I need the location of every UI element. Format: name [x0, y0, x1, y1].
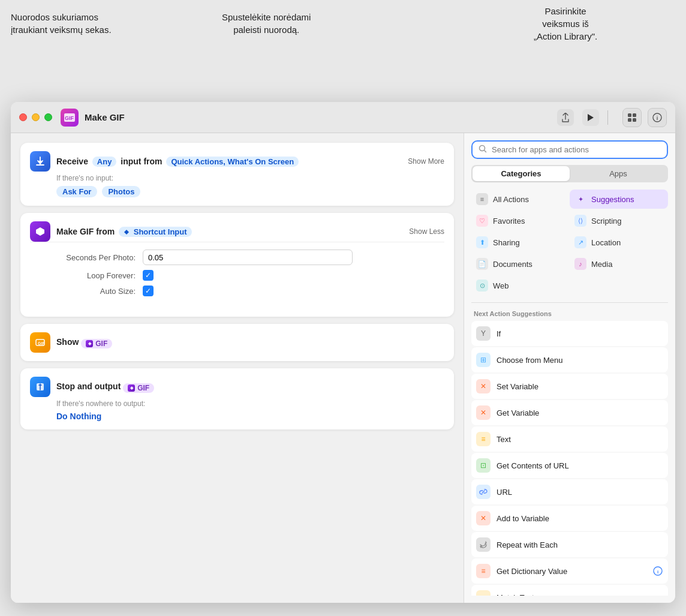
tab-bar: Categories Apps [471, 165, 668, 182]
svg-text:GIF: GIF [38, 341, 45, 345]
shortcut-input-token[interactable]: Shortcut Input [119, 227, 191, 237]
cat-favorites[interactable]: ♡ Favorites [471, 211, 570, 230]
action-get-contents-url[interactable]: ⊡ Get Contents of URL [471, 453, 668, 478]
action-match-text-label: Match Text [497, 593, 534, 596]
library-button[interactable] [622, 108, 642, 127]
sharing-icon: ⬆ [476, 236, 488, 248]
action-match-text[interactable]: ≡ Match Text [471, 585, 668, 596]
autosize-row: Auto Size: ✓ [40, 286, 435, 296]
cat-web-label: Web [493, 281, 509, 290]
cat-sharing[interactable]: ⬆ Sharing [471, 233, 570, 252]
url-icon [476, 485, 491, 499]
source-token[interactable]: Quick Actions, What's On Screen [166, 157, 299, 167]
app-icon: GIF [61, 109, 79, 127]
cat-all-actions[interactable]: ≡ All Actions [471, 190, 570, 209]
cat-all-actions-label: All Actions [493, 195, 529, 204]
photos-button[interactable]: Photos [102, 186, 140, 197]
cat-web[interactable]: ⊙ Web [471, 276, 570, 295]
choose-menu-icon: ⊞ [476, 353, 491, 367]
scripting-icon: ⟨⟩ [574, 215, 586, 227]
svg-text:i: i [657, 115, 658, 121]
stop-title: Stop and output ◈ GIF [56, 381, 444, 393]
cat-sharing-label: Sharing [493, 238, 520, 247]
cat-documents-label: Documents [493, 260, 532, 269]
svg-rect-4 [633, 113, 636, 117]
tab-categories[interactable]: Categories [473, 166, 570, 181]
toolbar-divider [607, 110, 608, 125]
cat-scripting-label: Scripting [591, 217, 622, 226]
svg-text:i: i [657, 569, 658, 575]
action-url[interactable]: URL [471, 479, 668, 504]
cat-location-label: Location [591, 238, 621, 247]
action-text[interactable]: ≡ Text [471, 426, 668, 452]
action-repeat-label: Repeat with Each [497, 540, 558, 549]
receive-title: Receive Any input from Quick Actions, Wh… [56, 157, 402, 167]
titlebar: GIF Make GIF [11, 102, 675, 133]
action-set-variable[interactable]: ✕ Set Variable [471, 374, 668, 399]
do-nothing-row: Do Nothing [30, 411, 444, 421]
cat-scripting[interactable]: ⟨⟩ Scripting [570, 211, 668, 230]
svg-text:GIF: GIF [65, 115, 74, 121]
left-panel: Receive Any input from Quick Actions, Wh… [11, 133, 464, 603]
get-variable-icon: ✕ [476, 405, 491, 420]
make-gif-title: Make GIF from Shortcut Input [56, 227, 403, 237]
action-get-dict-label: Get Dictionary Value [497, 567, 567, 576]
cat-documents[interactable]: 📄 Documents [471, 254, 570, 274]
window-title: Make GIF [85, 112, 557, 122]
action-get-variable[interactable]: ✕ Get Variable [471, 400, 668, 425]
action-repeat-with-each[interactable]: Repeat with Each [471, 532, 668, 557]
stop-subtitle: If there's nowhere to output: [30, 399, 444, 408]
action-choose-menu-label: Choose from Menu [497, 356, 563, 365]
seconds-input[interactable] [143, 250, 353, 265]
make-gif-icon [30, 221, 50, 242]
suggestions-icon: ✦ [574, 193, 586, 205]
make-gif-card: Make GIF from Shortcut Input Show Less S… [20, 213, 454, 317]
action-if[interactable]: Y If [471, 321, 668, 346]
favorites-icon: ♡ [476, 215, 488, 227]
cat-suggestions-label: Suggestions [591, 195, 634, 204]
main-window: GIF Make GIF [11, 102, 675, 603]
cat-suggestions[interactable]: ✦ Suggestions [570, 190, 668, 209]
show-gif-token[interactable]: ◈ GIF [81, 339, 112, 348]
do-nothing-button[interactable]: Do Nothing [56, 411, 101, 421]
action-add-to-variable[interactable]: ✕ Add to Variable [471, 506, 668, 531]
show-less-button[interactable]: Show Less [409, 227, 444, 236]
suggestions-section-title: Next Action Suggestions [471, 310, 668, 317]
svg-rect-3 [628, 113, 631, 117]
loop-checkbox[interactable]: ✓ [143, 270, 154, 281]
callout-center: Spustelėkite norėdami paleisti nuorodą. [222, 11, 311, 36]
svg-marker-9 [36, 227, 44, 236]
loop-row: Loop Forever: ✓ [40, 270, 435, 281]
tab-apps[interactable]: Apps [570, 166, 667, 181]
cat-media[interactable]: ♪ Media [570, 254, 668, 274]
autosize-checkbox[interactable]: ✓ [143, 286, 154, 296]
action-url-label: URL [497, 488, 512, 497]
cat-location[interactable]: ↗ Location [570, 233, 668, 252]
info-button[interactable]: i [648, 108, 667, 127]
callout-right: Pasirinkite veiksmus iš „Action Library"… [534, 5, 597, 43]
output-gif-token[interactable]: ◈ GIF [123, 383, 154, 393]
action-choose-from-menu[interactable]: ⊞ Choose from Menu [471, 347, 668, 372]
cat-favorites-label: Favorites [493, 217, 525, 226]
show-more-button[interactable]: Show More [408, 157, 444, 166]
any-token[interactable]: Any [92, 157, 117, 167]
seconds-row: Seconds Per Photo: [40, 250, 435, 265]
ask-for-button[interactable]: Ask For [56, 186, 97, 197]
close-button[interactable] [19, 113, 27, 121]
action-get-dictionary-value[interactable]: ≡ Get Dictionary Value i [471, 558, 668, 584]
documents-icon: 📄 [476, 258, 488, 270]
share-button[interactable] [557, 109, 574, 126]
action-set-variable-label: Set Variable [497, 382, 538, 391]
fullscreen-button[interactable] [44, 113, 52, 121]
stop-card: Stop and output ◈ GIF If there's nowhere… [20, 368, 454, 429]
action-add-variable-label: Add to Variable [497, 514, 549, 523]
get-dict-icon: ≡ [476, 564, 491, 578]
get-dict-info-button[interactable]: i [652, 566, 663, 576]
minimize-button[interactable] [32, 113, 40, 121]
add-variable-icon: ✕ [476, 511, 491, 525]
search-input[interactable] [492, 145, 661, 154]
categories-grid: ≡ All Actions ✦ Suggestions ♡ Favorites … [471, 190, 668, 303]
action-get-contents-url-label: Get Contents of URL [497, 461, 569, 470]
play-button[interactable] [582, 109, 599, 126]
svg-rect-5 [628, 118, 631, 122]
